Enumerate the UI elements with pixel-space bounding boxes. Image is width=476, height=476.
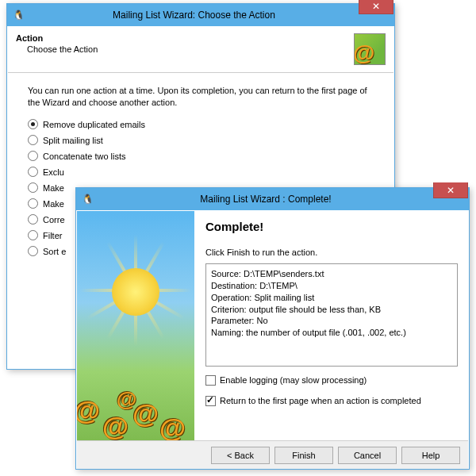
option-label: Filter: [43, 231, 62, 240]
summary-destination: Destination: D:\TEMP\: [211, 280, 452, 292]
option-split-list[interactable]: Split mailing list: [28, 132, 374, 148]
return-first-page-checkbox[interactable]: Return to the first page when an action …: [205, 393, 458, 408]
complete-window: 🐧 Mailing List Wizard : Complete! ✕ @ @ …: [75, 187, 470, 470]
radio-icon: [28, 246, 38, 256]
option-label: Corre: [43, 215, 65, 225]
option-remove-duplicates[interactable]: Remove duplicated emails: [28, 117, 374, 132]
finish-button[interactable]: Finish: [274, 447, 333, 464]
app-icon: 🐧: [81, 193, 94, 205]
radio-icon: [28, 230, 38, 240]
summary-operation: Operation: Split mailing list: [211, 292, 452, 304]
radio-icon: [28, 214, 38, 225]
checkbox-icon: [205, 375, 216, 386]
instruction-text: Click Finish to run the action.: [205, 248, 458, 257]
radio-icon: [28, 151, 38, 161]
summary-criterion: Criterion: output file should be less th…: [211, 304, 452, 316]
wizard-sidebar-image: @ @ @ @ @: [77, 211, 194, 440]
option-exclude[interactable]: Exclu: [28, 164, 374, 180]
header-subtitle: Choose the Action: [16, 44, 354, 54]
checkbox-icon: [205, 396, 216, 406]
window-title: Mailing List Wizard: Choose the Action: [29, 10, 359, 21]
checkbox-label: Enable logging (may slow processing): [220, 375, 367, 385]
at-icon: @: [117, 387, 136, 412]
summary-source: Source: D:\TEMP\senders.txt: [211, 268, 452, 280]
summary-box: Source: D:\TEMP\senders.txt Destination:…: [205, 263, 458, 367]
radio-icon: [28, 182, 38, 193]
window-title: Mailing List Wizard : Complete!: [98, 194, 433, 205]
option-label: Split mailing list: [43, 136, 103, 145]
penguin-icon: 🐧: [13, 10, 25, 21]
summary-naming: Naming: the number of output file (.001,…: [211, 327, 452, 339]
radio-icon: [28, 119, 38, 129]
option-label: Make: [43, 183, 64, 193]
option-label: Remove duplicated emails: [43, 120, 145, 129]
header-title: Action: [16, 33, 354, 43]
option-label: Exclu: [43, 167, 64, 177]
radio-icon: [28, 135, 38, 145]
cancel-button[interactable]: Cancel: [338, 447, 397, 464]
complete-heading: Complete!: [205, 220, 458, 233]
titlebar-choose-action[interactable]: 🐧 Mailing List Wizard: Choose the Action…: [7, 4, 394, 26]
option-label: Concatenate two lists: [43, 152, 126, 161]
close-button[interactable]: ✕: [359, 0, 393, 14]
at-icon: @: [102, 411, 129, 440]
penguin-icon: 🐧: [82, 194, 94, 205]
option-concatenate[interactable]: Concatenate two lists: [28, 148, 374, 164]
option-label: Sort e: [43, 247, 66, 256]
help-button[interactable]: Help: [401, 447, 460, 464]
close-button[interactable]: ✕: [433, 182, 468, 198]
summary-parameter: Parameter: No: [211, 315, 452, 327]
at-icon: @: [159, 413, 186, 440]
checkbox-label: Return to the first page when an action …: [220, 396, 421, 405]
at-icon: @: [77, 395, 100, 426]
back-button[interactable]: < Back: [211, 447, 270, 464]
wizard-header: Action Choose the Action @: [8, 27, 393, 73]
at-icon: @: [354, 40, 374, 65]
titlebar-complete[interactable]: 🐧 Mailing List Wizard : Complete! ✕: [76, 188, 469, 210]
sun-icon: [112, 268, 159, 316]
radio-icon: [28, 198, 38, 209]
header-thumbnail: @: [354, 33, 386, 65]
enable-logging-checkbox[interactable]: Enable logging (may slow processing): [205, 373, 458, 387]
intro-text: You can run one action at a time. Upon i…: [28, 85, 374, 109]
button-bar: < Back Finish Cancel Help: [77, 440, 468, 469]
option-label: Make: [43, 199, 64, 209]
app-icon: 🐧: [12, 9, 25, 21]
radio-icon: [28, 167, 38, 177]
